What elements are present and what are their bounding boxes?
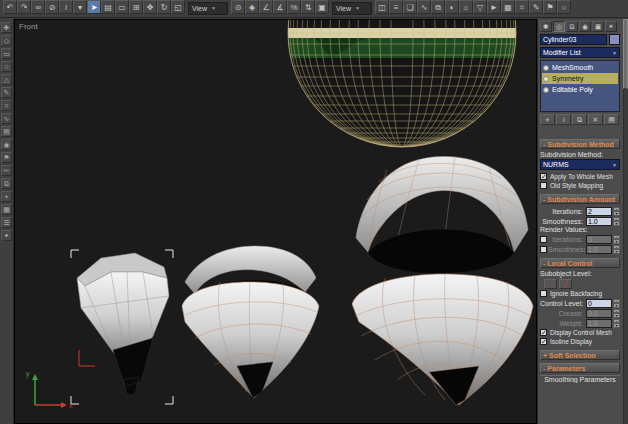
tab-display[interactable]: ▣ xyxy=(592,21,604,32)
smoothness-field[interactable]: 1.0 xyxy=(586,217,612,226)
vertex-icon[interactable]: ∴ xyxy=(544,279,557,289)
wave-icon[interactable]: ∿ xyxy=(1,113,12,124)
circle-icon[interactable]: ○ xyxy=(1,61,12,72)
select-and-link-icon[interactable]: ∞ xyxy=(31,0,45,14)
undo-icon[interactable]: ↶ xyxy=(3,0,17,14)
curve-editor-icon[interactable]: ∿ xyxy=(417,0,431,14)
mirror-icon[interactable]: ◫ xyxy=(375,0,389,14)
tab-modify[interactable]: ◎ xyxy=(553,21,565,32)
rollout-header-soft-selection[interactable]: + Soft Selection xyxy=(540,350,620,360)
diamond-icon[interactable]: ◇ xyxy=(1,35,12,46)
make-unique-icon[interactable]: ⧉ xyxy=(572,114,587,125)
crosshair-icon[interactable]: ⌖ xyxy=(1,191,12,202)
triangle-icon[interactable]: △ xyxy=(1,74,12,85)
render-scene-icon[interactable]: ☼ xyxy=(459,0,473,14)
weight-spinner[interactable]: ▴▾ xyxy=(613,319,620,328)
percent-snap-icon[interactable]: % xyxy=(287,0,301,14)
panel-scrollbar[interactable] xyxy=(623,19,628,424)
spin-down-icon[interactable]: ▾ xyxy=(613,313,620,318)
visibility-bulb-icon[interactable] xyxy=(543,76,549,82)
table-icon[interactable]: ▦ xyxy=(1,204,12,215)
flag-icon[interactable]: ⚑ xyxy=(1,152,12,163)
menu-icon[interactable]: ☰ xyxy=(1,217,12,228)
selection-region-icon[interactable]: ▭ xyxy=(115,0,129,14)
stack-item-editable-poly[interactable]: Editable Poly xyxy=(542,84,618,95)
spin-down-icon[interactable]: ▾ xyxy=(613,249,620,254)
spin-down-icon[interactable]: ▾ xyxy=(613,211,620,216)
target-icon[interactable]: ◉ xyxy=(1,139,12,150)
panel-scrollbar-thumb[interactable] xyxy=(623,19,628,89)
select-object-icon[interactable]: ➤ xyxy=(87,0,101,14)
array-icon[interactable]: ⌗ xyxy=(515,0,529,14)
render-type-icon[interactable]: ▽ xyxy=(473,0,487,14)
pencil-icon[interactable]: ✎ xyxy=(1,87,12,98)
ignore-backfacing-row[interactable]: Ignore Backfacing xyxy=(540,289,620,298)
tab-utilities[interactable]: ✶ xyxy=(605,21,617,32)
subdivision-method-dropdown[interactable]: NURMS ▼ xyxy=(540,159,620,170)
snap-toggle-icon[interactable]: ∠ xyxy=(259,0,273,14)
edit-icon[interactable]: ✎ xyxy=(529,0,543,14)
render-smoothness-checkbox[interactable] xyxy=(540,246,547,253)
select-and-scale-icon[interactable]: ◱ xyxy=(171,0,185,14)
apply-whole-mesh-checkbox[interactable]: ✓ xyxy=(540,173,547,180)
spinner-snap-icon[interactable]: ⇅ xyxy=(301,0,315,14)
window-crossing-icon[interactable]: ⊞ xyxy=(129,0,143,14)
viewport-front[interactable]: Front xyxy=(14,19,537,424)
rollout-header-local-control[interactable]: - Local Control xyxy=(540,258,620,268)
stack-item-symmetry[interactable]: Symmetry xyxy=(542,73,618,84)
isoline-display-row[interactable]: ✓ Isoline Display xyxy=(540,337,620,346)
spin-down-icon[interactable]: ▾ xyxy=(613,303,620,308)
rollout-header-parameters[interactable]: - Parameters xyxy=(540,363,620,373)
old-style-mapping-row[interactable]: Old Style Mapping xyxy=(540,181,620,190)
crease-field[interactable]: 0.0 xyxy=(586,309,612,318)
list-icon[interactable]: ▤ xyxy=(1,126,12,137)
visibility-bulb-icon[interactable] xyxy=(543,87,549,93)
smoothness-spinner[interactable]: ▴▾ xyxy=(613,217,620,226)
isoline-display-checkbox[interactable]: ✓ xyxy=(540,338,547,345)
object-name-field[interactable]: Cylinder03 xyxy=(540,34,607,45)
redo-icon[interactable]: ↷ xyxy=(17,0,31,14)
selection-filter-icon[interactable]: ▾ xyxy=(73,0,87,14)
weight-field[interactable]: 1.0 xyxy=(586,319,612,328)
crease-spinner[interactable]: ▴▾ xyxy=(613,309,620,318)
named-selection-sets-icon[interactable]: ▣ xyxy=(315,0,329,14)
flag-icon[interactable]: ⚑ xyxy=(543,0,557,14)
remove-modifier-icon[interactable]: ✕ xyxy=(588,114,603,125)
gem-smooth-cage[interactable] xyxy=(352,156,533,405)
star-icon[interactable]: ✦ xyxy=(1,230,12,241)
transform-gizmo[interactable] xyxy=(79,350,95,366)
spin-down-icon[interactable]: ▾ xyxy=(613,239,620,244)
ignore-backfacing-checkbox[interactable] xyxy=(540,290,547,297)
scissors-icon[interactable]: ✂ xyxy=(1,165,12,176)
control-level-spinner[interactable]: ▴▾ xyxy=(613,299,620,308)
render-iterations-checkbox[interactable] xyxy=(540,236,547,243)
gem-smoothed[interactable] xyxy=(182,246,319,398)
select-and-move-icon[interactable]: ✥ xyxy=(143,0,157,14)
select-and-manipulate-icon[interactable]: ◈ xyxy=(245,0,259,14)
angle-snap-icon[interactable]: ∡ xyxy=(273,0,287,14)
tab-create[interactable]: ✱ xyxy=(540,21,552,32)
grid-icon[interactable]: ▦ xyxy=(501,0,515,14)
plus-icon[interactable]: ✚ xyxy=(1,22,12,33)
render-iterations-spinner[interactable]: ▴▾ xyxy=(613,235,620,244)
tab-hierarchy[interactable]: ⧉ xyxy=(566,21,578,32)
select-and-rotate-icon[interactable]: ↻ xyxy=(157,0,171,14)
apply-whole-mesh-row[interactable]: ✓ Apply To Whole Mesh xyxy=(540,172,620,181)
bind-to-spacewarp-icon[interactable]: ≀ xyxy=(59,0,73,14)
wireframe-sphere[interactable] xyxy=(287,20,517,147)
iterations-spinner[interactable]: ▴▾ xyxy=(613,207,620,216)
modifier-list-dropdown[interactable]: Modifier List ▼ xyxy=(540,47,620,58)
stack-item-meshsmooth[interactable]: MeshSmooth xyxy=(542,62,618,73)
object-color-swatch[interactable] xyxy=(609,34,620,45)
iterations-field[interactable]: 2 xyxy=(586,207,612,216)
render-smoothness-spinner[interactable]: ▴▾ xyxy=(613,245,620,254)
gem-lowpoly[interactable] xyxy=(71,250,173,404)
configure-modifier-sets-icon[interactable]: ▤ xyxy=(604,114,619,125)
spin-down-icon[interactable]: ▾ xyxy=(613,323,620,328)
view-dropdown[interactable]: View ▼ xyxy=(332,2,372,15)
render-smoothness-field[interactable]: 1.0 xyxy=(586,245,612,254)
tab-motion[interactable]: ◉ xyxy=(579,21,591,32)
quick-render-icon[interactable]: ► xyxy=(487,0,501,14)
unlink-selection-icon[interactable]: ⊘ xyxy=(45,0,59,14)
visibility-bulb-icon[interactable] xyxy=(543,65,549,71)
